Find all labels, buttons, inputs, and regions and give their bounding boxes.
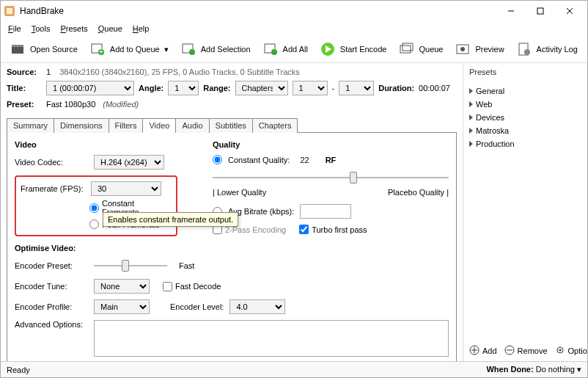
- svg-rect-3: [537, 8, 543, 14]
- when-done-select[interactable]: Do nothing ▾: [536, 365, 581, 374]
- preset-node-production[interactable]: Production: [469, 137, 581, 150]
- queue-label: Queue: [419, 45, 443, 54]
- pfr-radio[interactable]: [89, 219, 99, 229]
- remove-label: Remove: [518, 346, 548, 355]
- encoder-profile-label: Encoder Profile:: [15, 302, 88, 311]
- encoder-profile-select[interactable]: Main: [94, 299, 150, 314]
- svg-rect-1: [7, 8, 12, 14]
- menu-presets[interactable]: Presets: [56, 23, 92, 34]
- cfr-tooltip: Enables constant framerate output.: [103, 212, 238, 227]
- range-to-select[interactable]: 1: [339, 81, 374, 95]
- encoder-preset-slider[interactable]: [94, 258, 167, 273]
- maximize-button[interactable]: [526, 1, 555, 21]
- source-index: 1: [46, 68, 51, 76]
- range-label: Range:: [203, 84, 230, 92]
- preset-node-devices[interactable]: Devices: [469, 111, 581, 124]
- tab-dimensions[interactable]: Dimensions: [54, 118, 109, 133]
- add-all-label: Add All: [283, 45, 308, 54]
- encoder-level-select[interactable]: 4.0: [229, 299, 285, 314]
- title-select[interactable]: 1 (00:00:07): [46, 81, 134, 95]
- queue-icon: [398, 41, 414, 57]
- cq-value: 22: [300, 156, 309, 164]
- fast-decode-checkbox[interactable]: [163, 282, 172, 291]
- options-label: Options: [568, 346, 587, 355]
- encoder-tune-label: Encoder Tune:: [15, 282, 88, 291]
- menu-help[interactable]: Help: [128, 23, 154, 34]
- tab-video[interactable]: Video: [142, 118, 176, 133]
- tab-chapters[interactable]: Chapters: [252, 118, 298, 133]
- cq-radio[interactable]: [213, 155, 222, 164]
- add-all-button[interactable]: Add All: [258, 39, 312, 59]
- menu-queue[interactable]: Queue: [94, 23, 127, 34]
- turbo-checkbox[interactable]: [299, 225, 309, 234]
- start-encode-button[interactable]: Start Encode: [315, 39, 392, 59]
- framerate-highlight: Framerate (FPS): 30 Constant Framerate P…: [15, 175, 177, 236]
- preset-label: Production: [476, 139, 515, 148]
- title-bar: HandBrake: [1, 1, 587, 21]
- duration-label: Duration:: [378, 84, 414, 92]
- duration-value: 00:00:07: [419, 84, 450, 92]
- angle-select[interactable]: 1: [168, 81, 199, 95]
- preset-options-button[interactable]: Options: [555, 345, 587, 357]
- close-button[interactable]: [555, 1, 584, 21]
- remove-preset-button[interactable]: Remove: [504, 345, 548, 357]
- turbo-label: Turbo first pass: [312, 225, 367, 234]
- preset-value: Fast 1080p30: [46, 100, 95, 109]
- preview-button[interactable]: Preview: [450, 39, 508, 59]
- tab-audio[interactable]: Audio: [175, 118, 209, 133]
- preset-node-web[interactable]: Web: [469, 98, 581, 111]
- encoder-level-label: Encoder Level:: [170, 302, 224, 311]
- triangle-icon: [469, 101, 473, 107]
- plus-icon: [469, 345, 479, 357]
- add-label: Add: [482, 346, 497, 355]
- presets-header: Presets: [463, 63, 587, 81]
- preset-label: General: [476, 87, 504, 95]
- svg-text:+: +: [99, 47, 103, 56]
- film-icon: [10, 41, 26, 57]
- range-from-select[interactable]: 1: [293, 81, 328, 95]
- activity-log-button[interactable]: Activity Log: [512, 39, 582, 59]
- range-dash: -: [332, 84, 335, 92]
- menu-tools[interactable]: Tools: [27, 23, 55, 34]
- app-icon: [4, 5, 15, 17]
- open-source-button[interactable]: Open Source: [5, 39, 82, 59]
- svg-point-20: [460, 47, 465, 51]
- preset-node-matroska[interactable]: Matroska: [469, 124, 581, 137]
- preset-label: Devices: [476, 113, 504, 122]
- quality-slider[interactable]: [213, 170, 449, 185]
- open-source-label: Open Source: [30, 45, 78, 54]
- preset-modified: (Modified): [103, 100, 139, 109]
- advanced-options-input[interactable]: [94, 320, 449, 357]
- encoder-tune-select[interactable]: None: [94, 279, 150, 294]
- tab-subtitles[interactable]: Subtitles: [209, 118, 253, 133]
- preset-label: Web: [476, 100, 492, 109]
- advanced-options-label: Advanced Options:: [15, 320, 88, 329]
- tab-summary[interactable]: Summary: [7, 118, 54, 133]
- optimise-label: Optimise Video:: [15, 244, 449, 252]
- toolbar: Open Source + Add to Queue ▾ Add Selecti…: [1, 36, 587, 63]
- preset-node-general[interactable]: General: [469, 84, 581, 98]
- fps-select[interactable]: 30: [91, 181, 161, 196]
- add-selection-button[interactable]: Add Selection: [176, 39, 255, 59]
- triangle-icon: [469, 128, 473, 134]
- range-mode-select[interactable]: Chapters: [235, 81, 288, 95]
- add-preset-button[interactable]: Add: [469, 345, 497, 357]
- start-encode-label: Start Encode: [340, 45, 387, 54]
- tab-filters[interactable]: Filters: [109, 118, 144, 133]
- menu-file[interactable]: File: [4, 23, 26, 34]
- cfr-radio[interactable]: [89, 203, 99, 213]
- minimize-button[interactable]: [496, 1, 526, 21]
- menu-bar: File Tools Presets Queue Help: [1, 21, 587, 36]
- codec-select[interactable]: H.264 (x264): [94, 155, 164, 170]
- main-pane: Source: 1 3840x2160 (3840x2160), 25 FPS,…: [1, 63, 463, 361]
- window-title: HandBrake: [20, 6, 496, 16]
- svg-rect-17: [400, 46, 411, 53]
- log-icon: [516, 41, 532, 57]
- chevron-down-icon: ▾: [164, 45, 169, 54]
- queue-button[interactable]: Queue: [394, 39, 447, 59]
- add-to-queue-button[interactable]: + Add to Queue ▾: [85, 39, 173, 59]
- preview-label: Preview: [475, 45, 504, 54]
- avg-bitrate-input[interactable]: [300, 204, 351, 219]
- triangle-icon: [469, 141, 473, 147]
- add-queue-icon: +: [89, 41, 106, 57]
